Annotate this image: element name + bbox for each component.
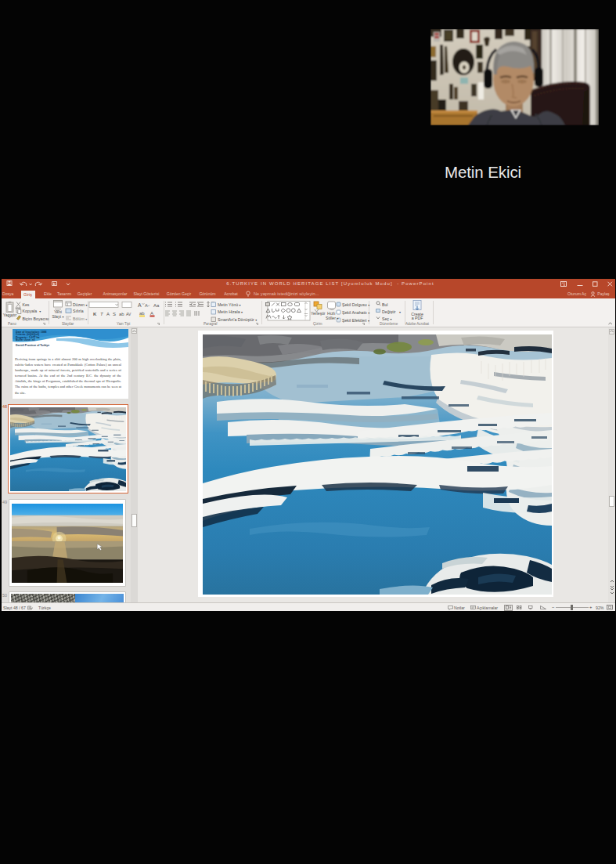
svg-text:A: A <box>138 302 142 308</box>
svg-text:Aa: Aa <box>153 303 160 308</box>
svg-text:T: T <box>100 311 104 316</box>
svg-text:ab: ab <box>139 311 145 316</box>
svg-text:S: S <box>113 311 116 316</box>
svg-text:AV: AV <box>126 311 131 316</box>
svg-text:A: A <box>106 311 110 316</box>
svg-text:A: A <box>145 303 148 308</box>
svg-text:A: A <box>150 311 153 316</box>
svg-text:K: K <box>93 311 97 316</box>
svg-text:ab: ab <box>119 311 124 316</box>
